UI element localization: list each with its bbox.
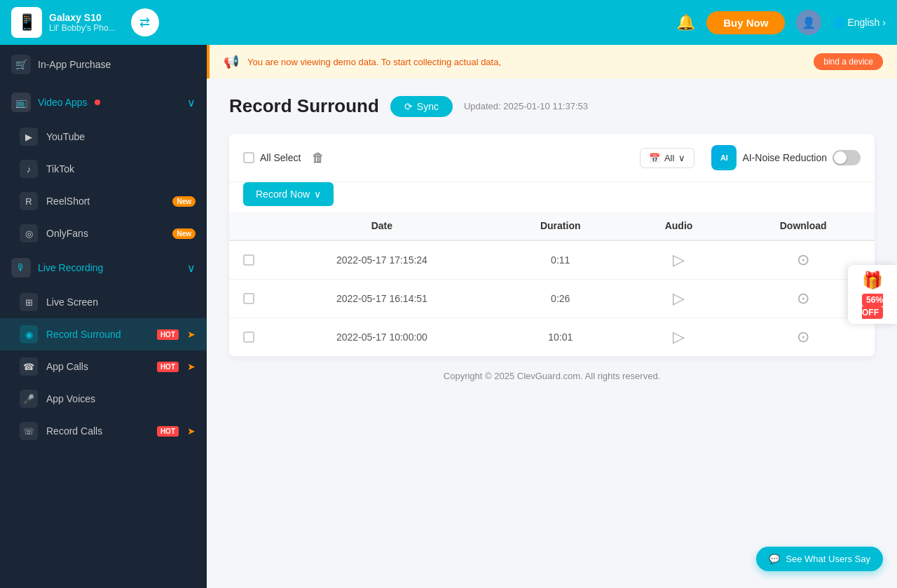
header: 📱 Galaxy S10 Lil' Bobby's Pho... ⇄ 🔔 Buy…: [0, 0, 897, 45]
app-calls-hot-badge: HOT: [157, 362, 179, 372]
live-recording-left: 🎙 Live Recording: [11, 258, 103, 278]
row-3-play-button[interactable]: ▷: [673, 328, 685, 346]
record-now-button[interactable]: Record Now ∨: [243, 182, 334, 206]
onlyfans-icon: ◎: [20, 224, 38, 242]
row-3-download-button[interactable]: ⊙: [797, 328, 809, 346]
live-screen-label: Live Screen: [46, 296, 196, 308]
chat-icon: 💬: [769, 554, 780, 564]
video-apps-chevron: ∨: [187, 96, 196, 109]
filter-wrapper: 📅 All ∨: [640, 148, 694, 168]
record-calls-hot-badge: HOT: [157, 426, 179, 437]
date-filter[interactable]: 📅 All ∨: [640, 148, 694, 168]
row-3-date: 2022-05-17 10:00:00: [268, 318, 495, 357]
language-selector[interactable]: 🌐 English ›: [833, 17, 886, 28]
sync-icon: ⟳: [404, 101, 413, 112]
table-row: 2022-05-17 17:15:24 0:11 ▷ ⊙: [229, 240, 875, 280]
sidebar-item-reelshort[interactable]: R ReelShort New: [0, 185, 207, 217]
ai-toggle[interactable]: [833, 150, 861, 165]
live-recording-section[interactable]: 🎙 Live Recording ∨: [0, 249, 207, 286]
sidebar-item-youtube[interactable]: ▶ YouTube: [0, 121, 207, 153]
col-duration: Duration: [495, 212, 626, 240]
row-2-duration: 0:26: [495, 280, 626, 318]
sync-button[interactable]: ⟳ Sync: [390, 96, 453, 117]
sidebar-item-tiktok[interactable]: ♪ TikTok: [0, 153, 207, 185]
row-3-checkbox[interactable]: [243, 331, 254, 343]
copyright-text: Copyright © 2025 ClevGuard.com. All righ…: [444, 371, 660, 381]
video-apps-badge: [95, 100, 100, 105]
record-now-label: Record Now: [256, 189, 310, 200]
app-calls-label: App Calls: [46, 361, 146, 372]
device-info: 📱 Galaxy S10 Lil' Bobby's Pho... ⇄: [11, 7, 676, 38]
record-calls-label: Record Calls: [46, 425, 146, 437]
youtube-icon: ▶: [20, 128, 38, 146]
record-surround-hot-badge: HOT: [157, 329, 179, 340]
delete-button[interactable]: 🗑: [309, 148, 327, 168]
device-sub: Lil' Bobby's Pho...: [49, 23, 116, 33]
row-1-play-button[interactable]: ▷: [673, 251, 685, 269]
all-select-checkbox[interactable]: [243, 152, 254, 163]
row-1-checkbox[interactable]: [243, 254, 254, 266]
main-layout: 🛒 In-App Purchase 📺 Video Apps ∨ ▶ YouTu…: [0, 45, 897, 588]
live-recording-chevron: ∨: [187, 261, 196, 275]
device-name: Galaxy S10: [49, 12, 116, 23]
avatar[interactable]: 👤: [796, 10, 821, 35]
table-header: Date Duration Audio Download: [229, 212, 875, 240]
row-1-duration: 0:11: [495, 240, 626, 280]
sidebar: 🛒 In-App Purchase 📺 Video Apps ∨ ▶ YouTu…: [0, 45, 207, 588]
buy-now-button[interactable]: Buy Now: [706, 11, 785, 34]
filter-label: All: [664, 153, 674, 163]
promo-badge[interactable]: 🎁 56% OFF: [848, 265, 897, 324]
transfer-icon[interactable]: ⇄: [131, 8, 159, 36]
bell-icon[interactable]: 🔔: [676, 13, 695, 32]
language-label: English: [847, 17, 879, 28]
video-apps-label: Video Apps: [38, 97, 88, 108]
record-calls-icon: ☏: [20, 422, 38, 440]
calendar-icon: 📅: [649, 153, 660, 163]
record-now-arrow: ∨: [314, 189, 321, 200]
banner-text: You are now viewing demo data. To start …: [247, 57, 805, 67]
col-audio: Audio: [626, 212, 732, 240]
video-apps-icon: 📺: [11, 93, 31, 112]
table-body: 2022-05-17 17:15:24 0:11 ▷ ⊙: [229, 240, 875, 357]
banner-icon: 📢: [224, 54, 239, 69]
video-apps-left: 📺 Video Apps: [11, 93, 100, 112]
device-icon: 📱: [11, 7, 42, 38]
row-2-play-button[interactable]: ▷: [673, 289, 685, 308]
row-2-download-button[interactable]: ⊙: [797, 289, 809, 308]
row-1-audio: ▷: [626, 240, 732, 280]
sidebar-item-record-surround[interactable]: ◉ Record Surround HOT ➤: [0, 318, 207, 350]
sidebar-item-app-calls[interactable]: ☎ App Calls HOT ➤: [0, 350, 207, 383]
onlyfans-new-badge: New: [172, 228, 196, 239]
page-header: Record Surround ⟳ Sync Updated: 2025-01-…: [229, 95, 875, 117]
sidebar-item-onlyfans[interactable]: ◎ OnlyFans New: [0, 217, 207, 249]
chat-label: See What Users Say: [786, 554, 870, 564]
record-surround-label: Record Surround: [46, 329, 146, 340]
chat-button[interactable]: 💬 See What Users Say: [756, 547, 883, 571]
row-2-audio: ▷: [626, 280, 732, 318]
page-title: Record Surround: [229, 95, 379, 117]
ai-badge: AI: [711, 145, 737, 170]
sidebar-item-record-calls[interactable]: ☏ Record Calls HOT ➤: [0, 415, 207, 447]
row-1-date: 2022-05-17 17:15:24: [268, 240, 495, 280]
row-2-checkbox[interactable]: [243, 293, 254, 304]
sync-label: Sync: [417, 101, 439, 112]
app-calls-hot-arrow: ➤: [187, 361, 196, 372]
video-apps-section[interactable]: 📺 Video Apps ∨: [0, 84, 207, 121]
row-checkbox-2: [229, 280, 268, 318]
reelshort-label: ReelShort: [46, 196, 164, 207]
col-date: Date: [268, 212, 495, 240]
toggle-thumb: [834, 151, 847, 164]
sidebar-item-in-app-purchase[interactable]: 🛒 In-App Purchase: [0, 45, 207, 84]
reelshort-icon: R: [20, 192, 38, 210]
header-right: 🔔 Buy Now 👤 🌐 English ›: [676, 10, 886, 35]
row-1-download-button[interactable]: ⊙: [797, 251, 809, 269]
row-3-download: ⊙: [732, 318, 875, 357]
discount-label: 56% OFF: [862, 294, 883, 319]
sidebar-item-live-screen[interactable]: ⊞ Live Screen: [0, 286, 207, 318]
app-voices-label: App Voices: [46, 393, 196, 404]
bind-device-button[interactable]: bind a device: [814, 53, 883, 70]
record-surround-icon: ◉: [20, 325, 38, 343]
live-screen-icon: ⊞: [20, 293, 38, 311]
sidebar-item-app-voices[interactable]: 🎤 App Voices: [0, 383, 207, 415]
page-content: Record Surround ⟳ Sync Updated: 2025-01-…: [207, 78, 897, 412]
